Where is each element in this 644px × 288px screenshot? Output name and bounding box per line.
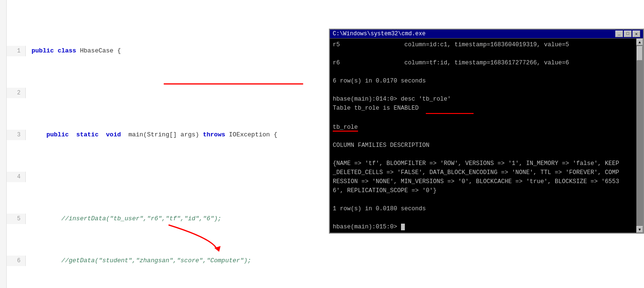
terminal-controls[interactable]: _ □ ✕ bbox=[615, 31, 640, 37]
terminal-title: C:\Windows\system32\cmd.exe bbox=[333, 31, 425, 37]
terminal-minimize-button[interactable]: _ bbox=[615, 31, 623, 37]
terminal-body: r5 column=id:c1, timestamp=1683604019319… bbox=[330, 39, 636, 233]
terminal-line-10: tb_role bbox=[333, 123, 633, 132]
terminal-line-7: hbase(main):014:0> desc 'tb_role' bbox=[333, 95, 633, 104]
terminal-line-13 bbox=[333, 150, 633, 159]
terminal-line-14: {NAME => 'tf', BLOOMFILTER => 'ROW', VER… bbox=[333, 159, 633, 168]
terminal-titlebar: C:\Windows\system32\cmd.exe _ □ ✕ bbox=[330, 30, 643, 39]
terminal-line-20 bbox=[333, 214, 633, 223]
terminal-scroll-down-button[interactable]: ▼ bbox=[636, 226, 643, 233]
terminal-line-17: 6', REPLICATION_SCOPE => '0'} bbox=[333, 186, 633, 195]
terminal-scrollbar[interactable]: ▲ ▼ bbox=[636, 39, 643, 233]
terminal-line-2 bbox=[333, 50, 633, 59]
terminal-line-3: r6 column=tf:id, timestamp=1683617277266… bbox=[333, 59, 633, 68]
terminal-line-8: Table tb_role is ENABLED bbox=[333, 104, 633, 114]
terminal-line-11 bbox=[333, 132, 633, 141]
terminal-line-21: hbase(main):015:0> bbox=[333, 223, 633, 232]
terminal-maximize-button[interactable]: □ bbox=[624, 31, 632, 37]
terminal-line-4 bbox=[333, 68, 633, 77]
code-line-6: 6 //getData("student","zhangsan","score"… bbox=[7, 256, 644, 266]
terminal-cursor bbox=[401, 224, 405, 230]
terminal-line-16: RESSION => 'NONE', MIN_VERSIONS => '0', … bbox=[333, 177, 633, 186]
terminal-close-button[interactable]: ✕ bbox=[633, 31, 640, 37]
terminal-scroll-thumb[interactable] bbox=[637, 46, 643, 61]
terminal-line-9 bbox=[333, 114, 633, 123]
left-gutter bbox=[0, 0, 7, 288]
terminal-line-18 bbox=[333, 195, 633, 205]
terminal-line-5: 6 row(s) in 0.0170 seconds bbox=[333, 77, 633, 86]
terminal-line-1: r5 column=id:c1, timestamp=1683604019319… bbox=[333, 41, 633, 50]
terminal-line-15: _DELETED_CELLS => 'FALSE', DATA_BLOCK_EN… bbox=[333, 168, 633, 177]
terminal-line-19: 1 row(s) in 0.0180 seconds bbox=[333, 205, 633, 214]
terminal-window: C:\Windows\system32\cmd.exe _ □ ✕ r5 col… bbox=[329, 29, 644, 234]
terminal-line-12: COLUMN FAMILIES DESCRIPTION bbox=[333, 141, 633, 150]
terminal-line-6 bbox=[333, 86, 633, 95]
terminal-scroll-up-button[interactable]: ▲ bbox=[636, 39, 643, 45]
